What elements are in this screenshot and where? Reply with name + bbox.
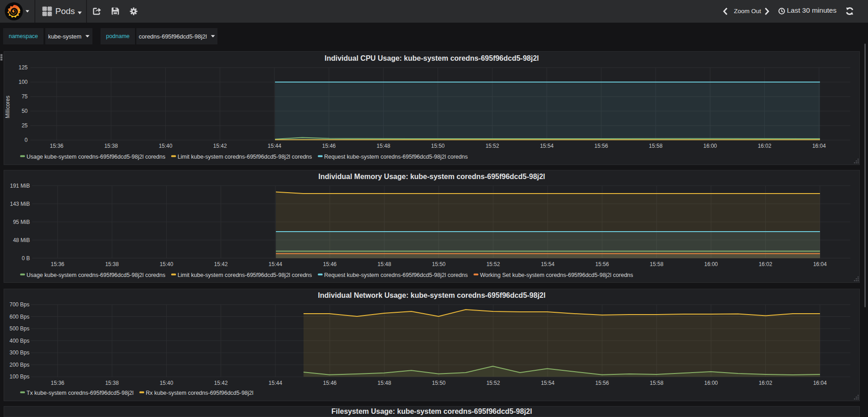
svg-text:Request kube-system coredns-69: Request kube-system coredns-695f96dcd5-9… (324, 272, 468, 278)
svg-text:16:04: 16:04 (813, 261, 827, 267)
svg-text:Individual Network Usage: kube: Individual Network Usage: kube-system co… (318, 291, 545, 299)
svg-text:15:50: 15:50 (432, 261, 445, 267)
svg-text:Filesystem Usage: kube-system: Filesystem Usage: kube-system coredns-69… (332, 407, 532, 415)
svg-text:15:36: 15:36 (50, 143, 63, 149)
svg-text:15:38: 15:38 (104, 143, 118, 149)
svg-text:15:40: 15:40 (159, 380, 173, 386)
svg-text:15:36: 15:36 (51, 261, 64, 267)
svg-text:15:52: 15:52 (487, 261, 500, 267)
svg-text:15:38: 15:38 (105, 261, 119, 267)
svg-text:25: 25 (22, 122, 28, 129)
svg-text:15:54: 15:54 (541, 261, 555, 267)
svg-text:15:56: 15:56 (595, 261, 609, 267)
svg-text:15:58: 15:58 (649, 143, 662, 149)
svg-text:15:50: 15:50 (431, 143, 444, 149)
svg-text:15:56: 15:56 (595, 380, 609, 386)
svg-text:16:04: 16:04 (812, 143, 826, 149)
svg-text:15:48: 15:48 (376, 143, 390, 149)
svg-text:15:44: 15:44 (269, 380, 282, 386)
svg-text:15:48: 15:48 (377, 380, 391, 386)
svg-text:600 Bps: 600 Bps (10, 314, 29, 320)
svg-text:15:50: 15:50 (432, 380, 445, 386)
svg-text:700 Bps: 700 Bps (10, 301, 29, 308)
svg-text:Tx kube-system coredns-695f96d: Tx kube-system coredns-695f96dcd5-98j2l (27, 390, 134, 396)
svg-text:200 Bps: 200 Bps (10, 362, 29, 368)
svg-text:Limit kube-system coredns-695f: Limit kube-system coredns-695f96dcd5-98j… (178, 272, 312, 278)
svg-text:15:42: 15:42 (214, 380, 228, 386)
svg-text:15:54: 15:54 (540, 143, 554, 149)
svg-text:15:48: 15:48 (377, 261, 391, 267)
svg-text:16:02: 16:02 (759, 261, 772, 267)
svg-text:50: 50 (22, 108, 28, 114)
svg-text:16:00: 16:00 (704, 380, 718, 386)
svg-text:300 Bps: 300 Bps (10, 349, 29, 356)
svg-text:16:00: 16:00 (704, 261, 718, 267)
svg-text:500 Bps: 500 Bps (10, 325, 29, 332)
svg-text:Individual CPU Usage: kube-sys: Individual CPU Usage: kube-system coredn… (324, 54, 539, 62)
svg-text:16:00: 16:00 (703, 143, 717, 149)
svg-text:15:58: 15:58 (650, 261, 663, 267)
svg-text:15:42: 15:42 (214, 261, 228, 267)
svg-text:15:56: 15:56 (594, 143, 608, 149)
svg-text:0: 0 (24, 137, 28, 143)
svg-text:15:46: 15:46 (323, 380, 337, 386)
svg-text:15:44: 15:44 (269, 261, 282, 267)
svg-text:100: 100 (19, 79, 28, 85)
svg-text:191 MiB: 191 MiB (10, 183, 30, 189)
svg-text:125: 125 (19, 64, 28, 71)
svg-text:Millicores: Millicores (5, 96, 11, 118)
svg-text:95 MiB: 95 MiB (13, 219, 30, 225)
svg-text:Working Set kube-system coredn: Working Set kube-system coredns-695f96dc… (480, 272, 633, 278)
svg-text:15:40: 15:40 (159, 261, 173, 267)
svg-text:15:38: 15:38 (105, 380, 119, 386)
svg-text:15:36: 15:36 (51, 380, 64, 386)
svg-text:15:52: 15:52 (486, 143, 499, 149)
svg-text:Individual Memory Usage: kube-: Individual Memory Usage: kube-system cor… (318, 173, 545, 180)
svg-text:Request kube-system coredns-69: Request kube-system coredns-695f96dcd5-9… (324, 154, 468, 160)
svg-text:400 Bps: 400 Bps (10, 338, 29, 344)
svg-text:15:58: 15:58 (650, 380, 663, 386)
svg-text:15:46: 15:46 (322, 143, 336, 149)
svg-text:Rx kube-system coredns-695f96d: Rx kube-system coredns-695f96dcd5-98j2l (146, 390, 254, 396)
svg-text:Usage kube-system coredns-695f: Usage kube-system coredns-695f96dcd5-98j… (27, 154, 165, 160)
svg-text:16:02: 16:02 (758, 143, 772, 149)
svg-text:15:44: 15:44 (268, 143, 281, 149)
svg-text:15:42: 15:42 (213, 143, 227, 149)
svg-text:15:54: 15:54 (541, 380, 555, 386)
svg-text:16:04: 16:04 (813, 380, 827, 386)
svg-text:16:02: 16:02 (759, 380, 772, 386)
svg-text:15:46: 15:46 (323, 261, 337, 267)
svg-text:48 MiB: 48 MiB (13, 237, 30, 243)
svg-text:15:40: 15:40 (159, 143, 172, 149)
svg-text:0 B: 0 B (22, 255, 30, 262)
svg-text:15:52: 15:52 (487, 380, 500, 386)
svg-text:75: 75 (22, 93, 28, 100)
svg-text:Limit kube-system coredns-695f: Limit kube-system coredns-695f96dcd5-98j… (178, 154, 312, 160)
svg-text:143 MiB: 143 MiB (10, 201, 30, 207)
svg-text:100 Bps: 100 Bps (10, 373, 29, 380)
svg-text:Usage kube-system coredns-695f: Usage kube-system coredns-695f96dcd5-98j… (27, 272, 165, 278)
